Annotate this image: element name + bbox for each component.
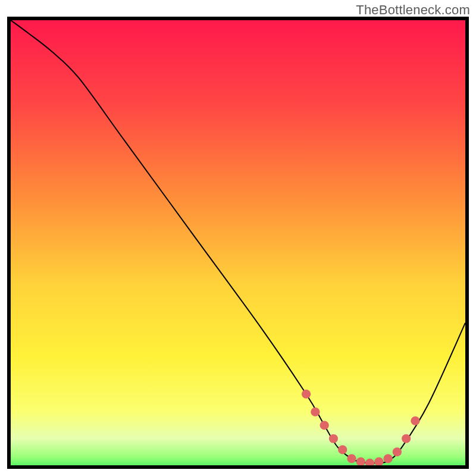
plot-area (7, 17, 469, 469)
optimal-dot (302, 390, 311, 399)
optimal-dot (374, 458, 383, 465)
chart-frame: TheBottleneck.com (0, 0, 476, 476)
optimal-dot (383, 454, 392, 463)
optimal-dot (311, 408, 320, 416)
optimal-dot (356, 458, 365, 465)
optimal-dot (329, 434, 338, 443)
optimal-dot (365, 459, 374, 465)
bottleneck-curve (11, 20, 465, 463)
optimal-range-dots (302, 390, 420, 465)
optimal-dot (347, 454, 356, 463)
curve-layer (11, 20, 465, 465)
watermark-text: TheBottleneck.com (356, 2, 470, 18)
optimal-dot (393, 447, 402, 456)
optimal-dot (411, 416, 419, 425)
optimal-dot (320, 421, 329, 430)
optimal-dot (338, 445, 347, 454)
optimal-dot (402, 434, 411, 443)
